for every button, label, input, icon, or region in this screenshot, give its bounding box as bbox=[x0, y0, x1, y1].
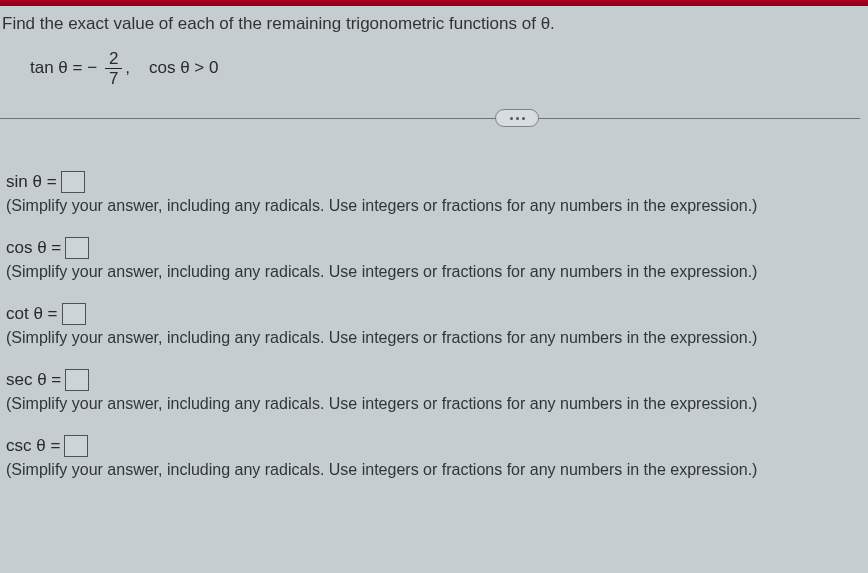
neg-sign: − bbox=[87, 58, 97, 77]
comma: , bbox=[125, 58, 130, 77]
given-condition: cos θ > 0 bbox=[149, 58, 218, 77]
given-equation: tan θ = − 2 7 , cos θ > 0 bbox=[0, 50, 860, 109]
cot-input[interactable] bbox=[62, 303, 86, 325]
fraction: 2 7 bbox=[105, 50, 122, 87]
csc-hint: (Simplify your answer, including any rad… bbox=[6, 461, 854, 479]
cos-input[interactable] bbox=[65, 237, 89, 259]
divider bbox=[0, 118, 860, 119]
sec-label: sec θ = bbox=[6, 370, 61, 390]
sin-hint: (Simplify your answer, including any rad… bbox=[6, 197, 854, 215]
dot-icon bbox=[522, 117, 525, 120]
cot-hint: (Simplify your answer, including any rad… bbox=[6, 329, 854, 347]
cot-label: cot θ = bbox=[6, 304, 58, 324]
sin-input[interactable] bbox=[61, 171, 85, 193]
fraction-denominator: 7 bbox=[105, 69, 122, 87]
cos-hint: (Simplify your answer, including any rad… bbox=[6, 263, 854, 281]
expand-button[interactable] bbox=[495, 109, 539, 127]
question-prompt: Find the exact value of each of the rema… bbox=[0, 12, 860, 50]
fraction-numerator: 2 bbox=[105, 50, 122, 69]
cos-label: cos θ = bbox=[6, 238, 61, 258]
given-lhs: tan θ = bbox=[30, 58, 82, 77]
dot-icon bbox=[516, 117, 519, 120]
dot-icon bbox=[510, 117, 513, 120]
sin-label: sin θ = bbox=[6, 172, 57, 192]
csc-input[interactable] bbox=[64, 435, 88, 457]
sec-input[interactable] bbox=[65, 369, 89, 391]
csc-label: csc θ = bbox=[6, 436, 60, 456]
sec-hint: (Simplify your answer, including any rad… bbox=[6, 395, 854, 413]
